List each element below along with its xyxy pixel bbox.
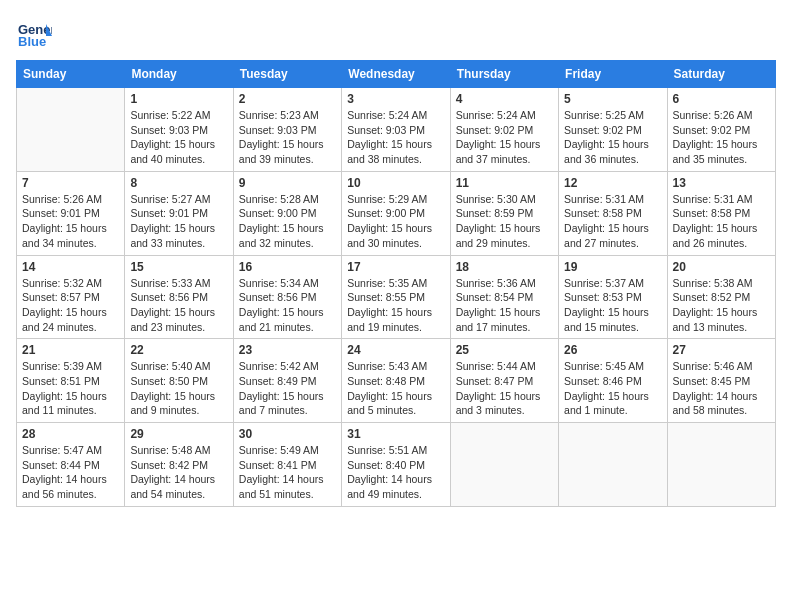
calendar-cell: 8Sunrise: 5:27 AMSunset: 9:01 PMDaylight… [125,171,233,255]
cell-info: Sunrise: 5:38 AMSunset: 8:52 PMDaylight:… [673,276,770,335]
cell-info: Sunrise: 5:36 AMSunset: 8:54 PMDaylight:… [456,276,553,335]
calendar-cell [559,423,667,507]
dow-friday: Friday [559,61,667,88]
calendar-cell: 21Sunrise: 5:39 AMSunset: 8:51 PMDayligh… [17,339,125,423]
dow-saturday: Saturday [667,61,775,88]
calendar-cell: 10Sunrise: 5:29 AMSunset: 9:00 PMDayligh… [342,171,450,255]
day-number: 31 [347,427,444,441]
calendar-body: 1Sunrise: 5:22 AMSunset: 9:03 PMDaylight… [17,88,776,507]
day-number: 29 [130,427,227,441]
day-number: 12 [564,176,661,190]
cell-info: Sunrise: 5:24 AMSunset: 9:03 PMDaylight:… [347,108,444,167]
day-number: 9 [239,176,336,190]
day-number: 16 [239,260,336,274]
cell-info: Sunrise: 5:33 AMSunset: 8:56 PMDaylight:… [130,276,227,335]
calendar-cell: 23Sunrise: 5:42 AMSunset: 8:49 PMDayligh… [233,339,341,423]
cell-info: Sunrise: 5:25 AMSunset: 9:02 PMDaylight:… [564,108,661,167]
cell-info: Sunrise: 5:46 AMSunset: 8:45 PMDaylight:… [673,359,770,418]
day-number: 3 [347,92,444,106]
calendar-cell: 6Sunrise: 5:26 AMSunset: 9:02 PMDaylight… [667,88,775,172]
calendar-cell: 25Sunrise: 5:44 AMSunset: 8:47 PMDayligh… [450,339,558,423]
calendar-cell: 11Sunrise: 5:30 AMSunset: 8:59 PMDayligh… [450,171,558,255]
calendar-cell: 9Sunrise: 5:28 AMSunset: 9:00 PMDaylight… [233,171,341,255]
cell-info: Sunrise: 5:31 AMSunset: 8:58 PMDaylight:… [564,192,661,251]
cell-info: Sunrise: 5:43 AMSunset: 8:48 PMDaylight:… [347,359,444,418]
day-number: 10 [347,176,444,190]
cell-info: Sunrise: 5:37 AMSunset: 8:53 PMDaylight:… [564,276,661,335]
day-number: 18 [456,260,553,274]
day-number: 30 [239,427,336,441]
week-row-1: 1Sunrise: 5:22 AMSunset: 9:03 PMDaylight… [17,88,776,172]
cell-info: Sunrise: 5:49 AMSunset: 8:41 PMDaylight:… [239,443,336,502]
day-number: 8 [130,176,227,190]
calendar-cell: 19Sunrise: 5:37 AMSunset: 8:53 PMDayligh… [559,255,667,339]
calendar-cell [667,423,775,507]
cell-info: Sunrise: 5:27 AMSunset: 9:01 PMDaylight:… [130,192,227,251]
logo-icon: General Blue [16,16,52,52]
day-number: 21 [22,343,119,357]
cell-info: Sunrise: 5:22 AMSunset: 9:03 PMDaylight:… [130,108,227,167]
day-number: 4 [456,92,553,106]
calendar-cell: 27Sunrise: 5:46 AMSunset: 8:45 PMDayligh… [667,339,775,423]
cell-info: Sunrise: 5:29 AMSunset: 9:00 PMDaylight:… [347,192,444,251]
day-number: 14 [22,260,119,274]
day-number: 17 [347,260,444,274]
calendar-cell: 3Sunrise: 5:24 AMSunset: 9:03 PMDaylight… [342,88,450,172]
day-number: 19 [564,260,661,274]
calendar-cell: 2Sunrise: 5:23 AMSunset: 9:03 PMDaylight… [233,88,341,172]
cell-info: Sunrise: 5:39 AMSunset: 8:51 PMDaylight:… [22,359,119,418]
page-header: General Blue [16,16,776,52]
calendar-cell: 12Sunrise: 5:31 AMSunset: 8:58 PMDayligh… [559,171,667,255]
day-number: 6 [673,92,770,106]
cell-info: Sunrise: 5:45 AMSunset: 8:46 PMDaylight:… [564,359,661,418]
calendar-cell: 20Sunrise: 5:38 AMSunset: 8:52 PMDayligh… [667,255,775,339]
day-number: 5 [564,92,661,106]
cell-info: Sunrise: 5:32 AMSunset: 8:57 PMDaylight:… [22,276,119,335]
calendar-cell: 5Sunrise: 5:25 AMSunset: 9:02 PMDaylight… [559,88,667,172]
svg-text:Blue: Blue [18,34,46,49]
calendar-cell: 16Sunrise: 5:34 AMSunset: 8:56 PMDayligh… [233,255,341,339]
calendar-cell: 13Sunrise: 5:31 AMSunset: 8:58 PMDayligh… [667,171,775,255]
week-row-4: 21Sunrise: 5:39 AMSunset: 8:51 PMDayligh… [17,339,776,423]
days-of-week-header: SundayMondayTuesdayWednesdayThursdayFrid… [17,61,776,88]
cell-info: Sunrise: 5:30 AMSunset: 8:59 PMDaylight:… [456,192,553,251]
day-number: 15 [130,260,227,274]
cell-info: Sunrise: 5:26 AMSunset: 9:02 PMDaylight:… [673,108,770,167]
calendar-cell: 15Sunrise: 5:33 AMSunset: 8:56 PMDayligh… [125,255,233,339]
calendar-cell [17,88,125,172]
day-number: 27 [673,343,770,357]
calendar-cell: 26Sunrise: 5:45 AMSunset: 8:46 PMDayligh… [559,339,667,423]
cell-info: Sunrise: 5:40 AMSunset: 8:50 PMDaylight:… [130,359,227,418]
calendar-cell: 22Sunrise: 5:40 AMSunset: 8:50 PMDayligh… [125,339,233,423]
calendar-cell [450,423,558,507]
cell-info: Sunrise: 5:23 AMSunset: 9:03 PMDaylight:… [239,108,336,167]
day-number: 20 [673,260,770,274]
day-number: 13 [673,176,770,190]
calendar-cell: 29Sunrise: 5:48 AMSunset: 8:42 PMDayligh… [125,423,233,507]
cell-info: Sunrise: 5:48 AMSunset: 8:42 PMDaylight:… [130,443,227,502]
day-number: 24 [347,343,444,357]
day-number: 28 [22,427,119,441]
day-number: 25 [456,343,553,357]
day-number: 23 [239,343,336,357]
cell-info: Sunrise: 5:42 AMSunset: 8:49 PMDaylight:… [239,359,336,418]
day-number: 26 [564,343,661,357]
week-row-2: 7Sunrise: 5:26 AMSunset: 9:01 PMDaylight… [17,171,776,255]
cell-info: Sunrise: 5:24 AMSunset: 9:02 PMDaylight:… [456,108,553,167]
day-number: 22 [130,343,227,357]
day-number: 2 [239,92,336,106]
day-number: 7 [22,176,119,190]
cell-info: Sunrise: 5:44 AMSunset: 8:47 PMDaylight:… [456,359,553,418]
cell-info: Sunrise: 5:34 AMSunset: 8:56 PMDaylight:… [239,276,336,335]
calendar-cell: 4Sunrise: 5:24 AMSunset: 9:02 PMDaylight… [450,88,558,172]
cell-info: Sunrise: 5:47 AMSunset: 8:44 PMDaylight:… [22,443,119,502]
calendar-cell: 18Sunrise: 5:36 AMSunset: 8:54 PMDayligh… [450,255,558,339]
dow-tuesday: Tuesday [233,61,341,88]
calendar-cell: 17Sunrise: 5:35 AMSunset: 8:55 PMDayligh… [342,255,450,339]
cell-info: Sunrise: 5:51 AMSunset: 8:40 PMDaylight:… [347,443,444,502]
week-row-5: 28Sunrise: 5:47 AMSunset: 8:44 PMDayligh… [17,423,776,507]
calendar-cell: 1Sunrise: 5:22 AMSunset: 9:03 PMDaylight… [125,88,233,172]
calendar-cell: 28Sunrise: 5:47 AMSunset: 8:44 PMDayligh… [17,423,125,507]
week-row-3: 14Sunrise: 5:32 AMSunset: 8:57 PMDayligh… [17,255,776,339]
logo: General Blue [16,16,52,52]
